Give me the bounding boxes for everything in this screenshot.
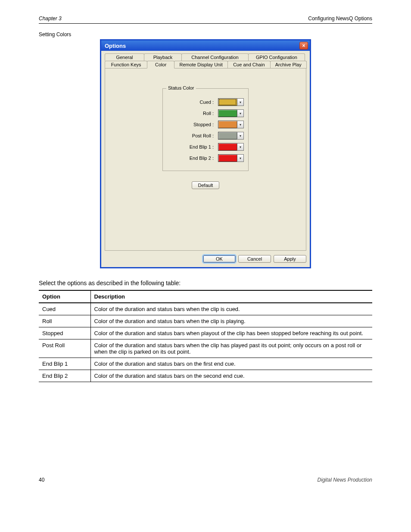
row-cued: Cued : ▾	[167, 98, 244, 106]
chevron-down-icon: ▾	[237, 143, 244, 151]
default-button[interactable]: Default	[192, 181, 220, 189]
color-picker-endblip1[interactable]: ▾	[218, 143, 244, 151]
cell-desc: Color of the duration and status bars wh…	[90, 315, 372, 327]
table-row: End Blip 1 Color of the duration and sta…	[39, 358, 372, 370]
table-row: End Blip 2 Color of the duration and sta…	[39, 370, 372, 382]
options-table: Option Description Cued Color of the dur…	[39, 290, 372, 382]
chevron-down-icon: ▾	[237, 154, 244, 162]
section-label: Configuring NewsQ Options	[308, 16, 372, 22]
label-endblip1: End Blip 1 :	[167, 144, 215, 149]
apply-button[interactable]: Apply	[274, 255, 306, 263]
cell-option: Cued	[39, 303, 90, 315]
tab-channel-config[interactable]: Channel Configuration	[181, 53, 249, 61]
tab-function-keys[interactable]: Function Keys	[105, 61, 147, 68]
tab-gpio-config[interactable]: GPIO Configuration	[248, 53, 305, 61]
label-stopped: Stopped :	[167, 122, 215, 127]
tab-cue-chain[interactable]: Cue and Chain	[227, 61, 270, 68]
row-stopped: Stopped : ▾	[167, 121, 244, 128]
cell-desc: Color of the duration and status bars on…	[90, 358, 372, 370]
close-icon: ×	[302, 43, 305, 48]
label-postroll: Post Roll :	[167, 133, 215, 138]
cell-desc: Color of the duration and status bars wh…	[90, 327, 372, 339]
options-dialog: Options × General Playback Channel Confi…	[100, 39, 311, 268]
th-option: Option	[39, 290, 90, 303]
swatch-stopped	[218, 121, 237, 128]
table-row: Post Roll Color of the duration and stat…	[39, 339, 372, 358]
cell-option: Stopped	[39, 327, 90, 339]
swatch-postroll	[218, 132, 237, 140]
group-legend: Status Color	[166, 85, 196, 90]
color-picker-roll[interactable]: ▾	[218, 109, 244, 117]
swatch-endblip1	[218, 143, 237, 151]
table-row: Stopped Color of the duration and status…	[39, 327, 372, 339]
color-picker-cued[interactable]: ▾	[218, 98, 244, 106]
color-picker-stopped[interactable]: ▾	[218, 121, 244, 128]
chapter-label: Chapter 3	[39, 16, 62, 22]
chevron-down-icon: ▾	[237, 132, 244, 140]
tab-archive-play[interactable]: Archive Play	[270, 61, 307, 68]
figure-caption: Setting Colors	[39, 31, 372, 37]
table-row: Cued Color of the duration and status ba…	[39, 303, 372, 315]
header-rule	[39, 23, 372, 24]
chevron-down-icon: ▾	[237, 121, 244, 128]
swatch-roll	[218, 109, 237, 117]
color-picker-postroll[interactable]: ▾	[218, 132, 244, 140]
row-endblip1: End Blip 1 : ▾	[167, 143, 244, 151]
cell-desc: Color of the duration and status bars on…	[90, 370, 372, 382]
label-cued: Cued :	[167, 100, 215, 105]
close-button[interactable]: ×	[299, 42, 308, 50]
cell-option: End Blip 2	[39, 370, 90, 382]
tab-playback[interactable]: Playback	[144, 53, 182, 61]
label-roll: Roll :	[167, 111, 215, 116]
cell-option: Post Roll	[39, 339, 90, 358]
tab-general[interactable]: General	[105, 53, 144, 61]
titlebar[interactable]: Options ×	[101, 40, 310, 51]
swatch-cued	[218, 98, 237, 106]
row-roll: Roll : ▾	[167, 109, 244, 117]
row-endblip2: End Blip 2 : ▾	[167, 154, 244, 162]
swatch-endblip2	[218, 154, 237, 162]
chevron-down-icon: ▾	[237, 109, 244, 117]
tab-color[interactable]: Color	[147, 61, 174, 68]
footer-manual: Digital News Production	[318, 477, 372, 483]
page-number: 40	[39, 477, 44, 483]
cell-desc: Color of the duration and status bars wh…	[90, 303, 372, 315]
cell-option: End Blip 1	[39, 358, 90, 370]
cell-option: Roll	[39, 315, 90, 327]
tab-remote-display[interactable]: Remote Display Unit	[174, 61, 228, 68]
table-intro: Select the options as described in the f…	[39, 280, 372, 286]
label-endblip2: End Blip 2 :	[167, 156, 215, 161]
row-postroll: Post Roll : ▾	[167, 132, 244, 140]
cancel-button[interactable]: Cancel	[238, 255, 271, 263]
status-color-group: Status Color Cued : ▾ Roll :	[162, 88, 249, 171]
color-picker-endblip2[interactable]: ▾	[218, 154, 244, 162]
cell-desc: Color of the duration and status bars wh…	[90, 339, 372, 358]
th-description: Description	[90, 290, 372, 303]
table-row: Roll Color of the duration and status ba…	[39, 315, 372, 327]
chevron-down-icon: ▾	[237, 98, 244, 106]
ok-button[interactable]: OK	[203, 255, 236, 263]
dialog-title: Options	[105, 43, 299, 49]
